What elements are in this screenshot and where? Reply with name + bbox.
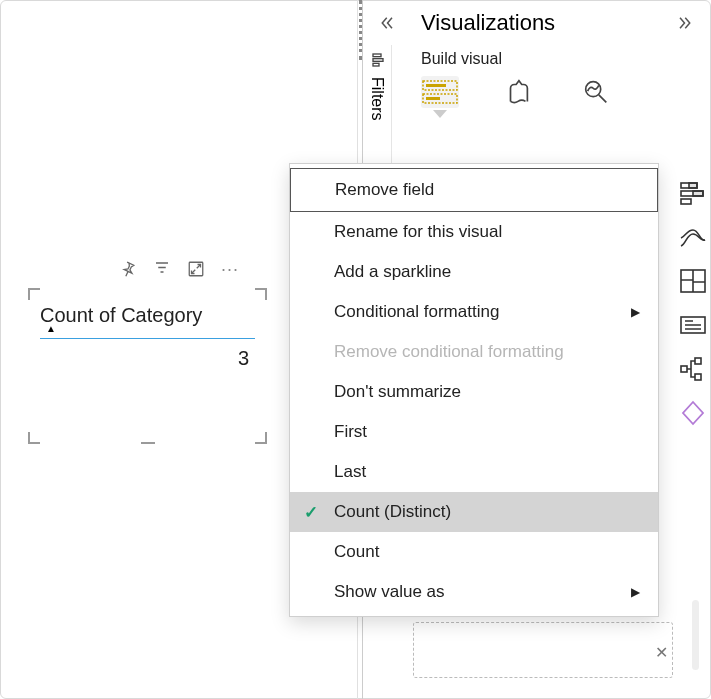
svg-rect-7	[426, 97, 440, 100]
menu-first[interactable]: First	[290, 412, 658, 452]
pane-scrollbar[interactable]	[692, 600, 699, 670]
pane-title: Visualizations	[397, 10, 675, 36]
analytics-tab-icon[interactable]	[577, 76, 615, 108]
menu-add-sparkline[interactable]: Add a sparkline	[290, 252, 658, 292]
card-icon[interactable]	[679, 312, 707, 338]
chevron-right-icon: ▶	[631, 585, 640, 599]
resize-handle-tl[interactable]	[28, 288, 40, 300]
column-header[interactable]: Count of Category ▲	[40, 298, 255, 339]
decomposition-tree-icon[interactable]	[679, 356, 707, 382]
ribbon-chart-icon[interactable]	[679, 224, 707, 250]
remove-field-x-icon[interactable]: ✕	[651, 642, 671, 662]
focus-mode-icon[interactable]	[186, 259, 206, 279]
menu-last[interactable]: Last	[290, 452, 658, 492]
svg-rect-11	[681, 199, 691, 204]
pane-tab-row	[363, 76, 711, 108]
collapse-pane-icon[interactable]	[375, 12, 397, 34]
menu-count[interactable]: Count	[290, 532, 658, 572]
menu-show-value-as[interactable]: Show value as▶	[290, 572, 658, 612]
table-visual[interactable]: Count of Category ▲ 3	[30, 290, 265, 442]
menu-dont-summarize[interactable]: Don't summarize	[290, 372, 658, 412]
resize-handle-br[interactable]	[255, 432, 267, 444]
resize-handle-bl[interactable]	[28, 432, 40, 444]
svg-rect-18	[695, 374, 701, 380]
menu-remove-field[interactable]: Remove field	[290, 168, 658, 212]
visual-type-gallery	[675, 180, 711, 426]
check-icon: ✓	[304, 502, 318, 523]
svg-rect-5	[426, 84, 446, 87]
menu-count-distinct[interactable]: ✓Count (Distinct)	[290, 492, 658, 532]
column-header-label: Count of Category	[40, 304, 202, 326]
treemap-icon[interactable]	[679, 268, 707, 294]
visual-float-toolbar: ···	[118, 259, 240, 279]
pin-icon[interactable]	[118, 259, 138, 279]
diamond-icon[interactable]	[679, 400, 707, 426]
svg-rect-12	[689, 183, 697, 188]
build-tab-icon[interactable]	[421, 76, 459, 108]
menu-remove-conditional-formatting: Remove conditional formatting	[290, 332, 658, 372]
svg-rect-13	[693, 191, 703, 196]
svg-rect-16	[681, 366, 687, 372]
menu-rename[interactable]: Rename for this visual	[290, 212, 658, 252]
field-context-menu: Remove field Rename for this visual Add …	[289, 163, 659, 617]
more-options-icon[interactable]: ···	[220, 259, 240, 279]
field-well-dropzone[interactable]	[413, 622, 673, 678]
menu-conditional-formatting[interactable]: Conditional formatting▶	[290, 292, 658, 332]
stacked-bar-icon[interactable]	[679, 180, 707, 206]
resize-handle-tr[interactable]	[255, 288, 267, 300]
svg-rect-17	[695, 358, 701, 364]
chevron-down-icon	[433, 110, 447, 118]
pane-subtitle: Build visual	[363, 42, 711, 76]
cell-value: 3	[40, 339, 255, 370]
format-tab-icon[interactable]	[499, 76, 537, 108]
chevron-right-icon: ▶	[631, 305, 640, 319]
expand-pane-icon[interactable]	[675, 12, 697, 34]
resize-handle-b[interactable]	[141, 442, 155, 444]
filter-icon[interactable]	[152, 259, 172, 279]
